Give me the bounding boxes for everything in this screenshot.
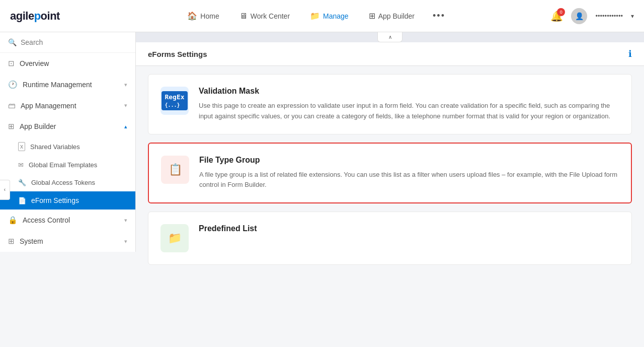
sidebar-item-appbuilder-label: App Builder [20, 122, 56, 130]
user-chevron-down-icon[interactable]: ▾ [631, 13, 634, 20]
runtime-icon: 🕐 [8, 80, 18, 89]
nav-item-workcenter[interactable]: 🖥 Work Center [231, 8, 298, 25]
appmanagement-icon: 🗃 [8, 101, 16, 110]
validation-mask-desc: Use this page to create an expression to… [199, 101, 619, 122]
nav-item-appbuilder[interactable]: ⊞ App Builder [361, 7, 423, 25]
folder-icon: 📁 [310, 11, 320, 21]
sidebar-item-global-email-label: Global Email Templates [29, 161, 97, 169]
nav-item-manage-label: Manage [323, 12, 349, 20]
sidebar-item-global-email-templates[interactable]: ✉ Global Email Templates [0, 156, 135, 174]
validation-mask-icon-wrap: RegEx{...} [160, 87, 189, 115]
predefined-list-title: Predefined List [199, 224, 619, 233]
file-type-group-title: File Type Group [199, 156, 619, 165]
sidebar-item-runtime-management[interactable]: 🕐 Runtime Management ▾ [0, 74, 135, 95]
sidebar-item-global-access-tokens[interactable]: 🔧 Global Access Tokens [0, 174, 135, 191]
sidebar-wrapper: 🔍 ⊡ Overview 🕐 Runtime Management ▾ 🗃 Ap… [0, 32, 136, 347]
access-control-chevron-icon: ▾ [124, 217, 127, 224]
file-type-group-desc: A file type group is a list of related f… [199, 170, 619, 191]
email-templates-icon: ✉ [18, 161, 24, 169]
file-type-group-content: File Type Group A file type group is a l… [199, 156, 619, 191]
predefined-list-icon: 📁 [168, 232, 182, 245]
home-icon: 🏠 [187, 11, 197, 21]
chevron-up-button[interactable]: ∧ [377, 32, 403, 42]
main-content: ∧ eForms Settings ℹ RegEx{...} Validatio… [136, 32, 644, 347]
access-tokens-icon: 🔧 [18, 179, 26, 186]
card-validation-mask[interactable]: RegEx{...} Validation Mask Use this page… [148, 74, 632, 134]
card-file-type-group[interactable]: 📋 File Type Group A file type group is a… [148, 143, 632, 204]
sidebar-item-appmanagement-label: App Management [21, 102, 76, 110]
file-type-group-icon-wrap: 📋 [161, 156, 189, 184]
runtime-chevron-icon: ▾ [124, 82, 127, 88]
nav-menu: 🏠 Home 🖥 Work Center 📁 Manage ⊞ App Buil… [80, 7, 550, 25]
appbuilder-icon: ⊞ [8, 122, 15, 131]
notification-badge: 0 [557, 8, 565, 16]
sidebar-item-system[interactable]: ⊞ System ▾ [0, 231, 135, 252]
sidebar-item-access-control[interactable]: 🔒 Access Control ▾ [0, 210, 135, 231]
sidebar-item-overview[interactable]: ⊡ Overview [0, 53, 135, 74]
logo-text: agilepoint [10, 10, 60, 22]
validation-mask-title: Validation Mask [199, 87, 619, 96]
sidebar-item-global-access-label: Global Access Tokens [31, 179, 95, 186]
search-box: 🔍 [0, 32, 135, 53]
sidebar-item-app-management[interactable]: 🗃 App Management ▾ [0, 95, 135, 116]
notification-bell[interactable]: 🔔 0 [550, 10, 563, 22]
search-icon: 🔍 [8, 38, 17, 46]
sidebar-item-eform-label: eForm Settings [31, 196, 79, 204]
logo[interactable]: agilepoint [10, 10, 60, 23]
sidebar-item-shared-variables[interactable]: x Shared Variables [0, 137, 135, 156]
nav-item-home-label: Home [200, 12, 219, 20]
sidebar: 🔍 ⊡ Overview 🕐 Runtime Management ▾ 🗃 Ap… [0, 32, 136, 252]
nav-item-home[interactable]: 🏠 Home [179, 7, 227, 25]
grid-icon: ⊞ [369, 11, 375, 21]
sidebar-item-app-builder[interactable]: ⊞ App Builder ▴ [0, 116, 135, 137]
file-type-group-icon: 📋 [169, 163, 182, 176]
validation-mask-content: Validation Mask Use this page to create … [199, 87, 619, 122]
sidebar-item-shared-variables-label: Shared Variables [30, 143, 80, 151]
access-control-icon: 🔒 [8, 216, 18, 225]
cards-container: RegEx{...} Validation Mask Use this page… [136, 66, 644, 273]
sidebar-item-runtime-label: Runtime Management [23, 81, 92, 89]
sidebar-item-system-label: System [20, 237, 43, 245]
content-header: eForms Settings ℹ [136, 42, 644, 66]
monitor-icon: 🖥 [239, 12, 248, 21]
info-icon[interactable]: ℹ [628, 48, 632, 59]
search-input[interactable] [21, 38, 127, 46]
validation-mask-icon: RegEx{...} [162, 91, 187, 110]
sidebar-collapse-button[interactable]: ‹ [0, 180, 10, 200]
overview-icon: ⊡ [8, 59, 15, 68]
nav-item-appbuilder-label: App Builder [378, 12, 415, 20]
user-name[interactable]: •••••••••••• [595, 12, 623, 20]
main-layout: 🔍 ⊡ Overview 🕐 Runtime Management ▾ 🗃 Ap… [0, 32, 644, 347]
top-navigation: agilepoint 🏠 Home 🖥 Work Center 📁 Manage… [0, 0, 644, 32]
card-predefined-list[interactable]: 📁 Predefined List [148, 212, 632, 265]
sidebar-item-access-control-label: Access Control [23, 216, 70, 224]
nav-right: 🔔 0 👤 •••••••••••• ▾ [550, 8, 634, 24]
appmanagement-chevron-icon: ▾ [124, 102, 127, 109]
eform-icon: 📄 [18, 197, 26, 204]
system-chevron-icon: ▾ [124, 238, 127, 245]
predefined-list-icon-wrap: 📁 [160, 224, 189, 252]
system-icon: ⊞ [8, 237, 15, 246]
nav-more-button[interactable]: ••• [427, 7, 451, 25]
sidebar-item-overview-label: Overview [20, 59, 49, 67]
sidebar-item-eform-settings[interactable]: 📄 eForm Settings [0, 191, 135, 210]
shared-variables-icon: x [18, 142, 25, 151]
appbuilder-chevron-icon: ▴ [124, 123, 127, 130]
nav-item-workcenter-label: Work Center [251, 12, 290, 20]
avatar[interactable]: 👤 [571, 8, 587, 24]
nav-item-manage[interactable]: 📁 Manage [302, 7, 357, 25]
content-collapse-header: ∧ [136, 32, 644, 42]
predefined-list-content: Predefined List [199, 224, 619, 238]
content-title: eForms Settings [148, 50, 207, 58]
